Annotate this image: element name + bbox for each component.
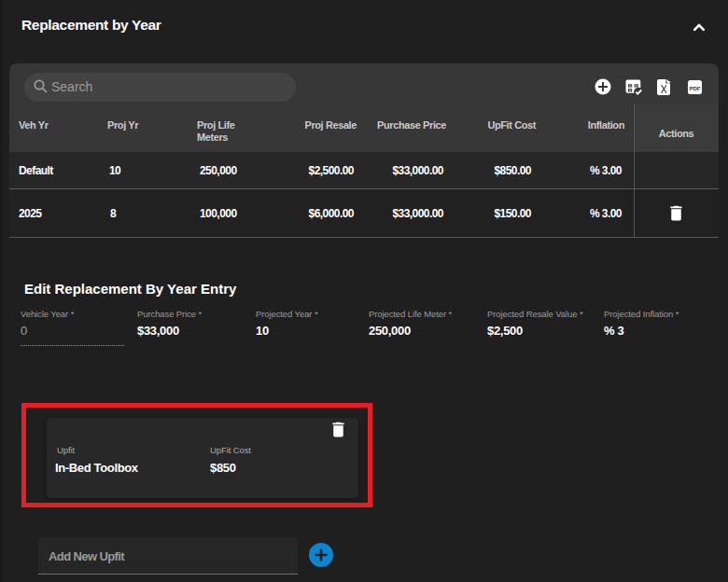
svg-text:PDF: PDF [690,86,701,91]
